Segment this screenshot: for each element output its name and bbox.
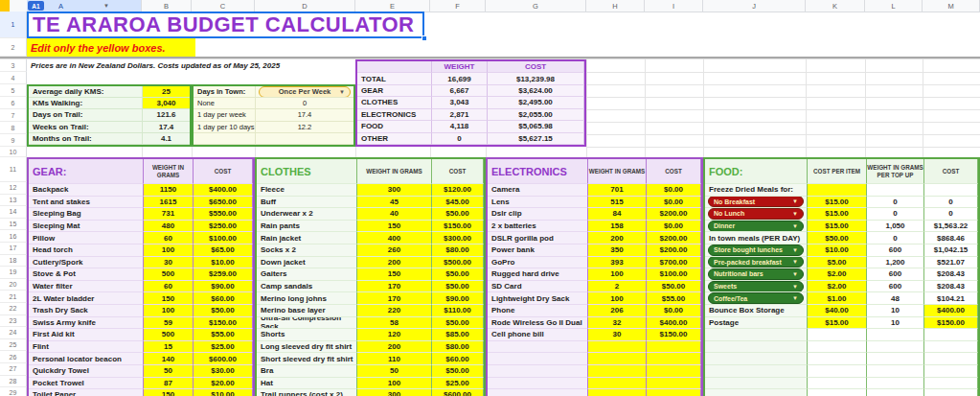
row-header-3[interactable]: 3: [0, 59, 27, 72]
item-cost[interactable]: $259.00: [194, 268, 253, 281]
item-weight[interactable]: [588, 389, 647, 396]
item-weight[interactable]: 200: [588, 232, 647, 245]
row-header-28[interactable]: 28: [0, 376, 27, 388]
dropdown-store-bought-lunches[interactable]: Store bought lunches▼: [708, 245, 804, 256]
row-header-18[interactable]: 18: [0, 255, 27, 268]
food-cost-per-item[interactable]: $50.00: [808, 232, 867, 245]
item-cost[interactable]: $65.00: [194, 245, 253, 257]
column-header-H[interactable]: H: [586, 0, 645, 12]
days-in-town-dropdown[interactable]: Once Per Week▼: [259, 86, 351, 98]
food-cost-per-item[interactable]: [808, 184, 867, 197]
row-header-25[interactable]: 25: [0, 339, 27, 352]
dropdown-coffee-tea[interactable]: Coffee/Tea▼: [708, 292, 804, 304]
item-weight[interactable]: 50: [144, 365, 194, 378]
item-weight[interactable]: 140: [144, 353, 194, 365]
item-weight[interactable]: 60: [144, 281, 194, 293]
item-weight[interactable]: 100: [357, 378, 432, 390]
item-weight[interactable]: 87: [144, 378, 194, 390]
item-cost[interactable]: $45.00: [432, 197, 484, 209]
item-cost[interactable]: $0.00: [647, 305, 701, 317]
stat-value-average-daily-kms[interactable]: 25: [142, 86, 190, 98]
item-weight[interactable]: 150: [357, 268, 432, 281]
item-cost[interactable]: $10.00: [194, 257, 253, 269]
row-header-11[interactable]: 11: [0, 157, 27, 182]
row-header-26[interactable]: 26: [0, 351, 27, 363]
food-cost-per-item[interactable]: $15.00: [808, 208, 867, 221]
column-header-I[interactable]: I: [645, 0, 703, 12]
item-cost[interactable]: $0.00: [647, 221, 701, 233]
title-cell[interactable]: TE ARAROA BUDGET CALCULATOR: [27, 12, 424, 38]
row-header-24[interactable]: 24: [0, 327, 27, 339]
dropdown-no-breakfast[interactable]: No Breakfast▼: [708, 197, 804, 208]
item-weight[interactable]: [588, 378, 647, 390]
stat-value-kms-walking[interactable]: 3,040: [142, 98, 190, 109]
item-weight[interactable]: 350: [588, 245, 647, 257]
item-cost[interactable]: $30.00: [194, 365, 253, 378]
item-weight[interactable]: 731: [144, 208, 194, 221]
column-header-M[interactable]: M: [923, 0, 980, 12]
item-weight[interactable]: 170: [357, 281, 432, 293]
item-weight[interactable]: 480: [144, 221, 194, 233]
row-header-5[interactable]: 5: [0, 84, 27, 97]
item-weight[interactable]: 45: [357, 197, 432, 209]
item-weight[interactable]: [588, 365, 647, 378]
item-weight[interactable]: 40: [357, 208, 432, 221]
item-weight[interactable]: 120: [357, 329, 432, 341]
dropdown-pre-packed-breakfast[interactable]: Pre-packed breakfast▼: [708, 257, 804, 268]
item-cost[interactable]: $0.00: [647, 184, 701, 197]
food-cost-per-item[interactable]: $2.00: [808, 281, 867, 293]
item-cost[interactable]: $25.00: [432, 378, 484, 390]
column-header-A[interactable]: A▼: [27, 0, 142, 12]
item-cost[interactable]: $100.00: [194, 232, 253, 245]
item-cost[interactable]: $50.00: [432, 268, 484, 281]
item-weight[interactable]: 100: [144, 305, 194, 317]
item-weight[interactable]: 30: [144, 257, 194, 269]
row-header-1[interactable]: 1: [0, 12, 27, 38]
column-header-F[interactable]: F: [430, 0, 486, 12]
row-header-16[interactable]: 16: [0, 230, 27, 243]
item-weight[interactable]: 60: [144, 232, 194, 245]
item-weight[interactable]: 50: [357, 365, 432, 378]
item-cost[interactable]: $50.00: [432, 365, 484, 378]
row-header-4[interactable]: 4: [0, 72, 27, 84]
item-cost[interactable]: $60.00: [194, 292, 253, 305]
item-weight[interactable]: 150: [357, 221, 432, 233]
food-cost-per-item[interactable]: $15.00: [808, 197, 867, 209]
column-header-J[interactable]: J: [703, 0, 806, 12]
item-cost[interactable]: $400.00: [647, 317, 701, 330]
food-cost-per-item[interactable]: $1.00: [808, 292, 867, 305]
item-cost[interactable]: $700.00: [647, 257, 701, 269]
row-header-19[interactable]: 19: [0, 267, 27, 279]
item-cost[interactable]: $250.00: [194, 221, 253, 233]
item-cost[interactable]: $600.00: [432, 389, 484, 396]
column-header-L[interactable]: L: [865, 0, 923, 12]
item-weight[interactable]: 100: [144, 245, 194, 257]
item-cost[interactable]: $50.00: [432, 208, 484, 221]
item-cost[interactable]: $10.00: [194, 389, 253, 396]
item-cost[interactable]: $500.00: [432, 257, 484, 269]
item-weight[interactable]: 59: [144, 317, 194, 330]
dropdown-sweets[interactable]: Sweets▼: [708, 281, 804, 292]
item-cost[interactable]: $200.00: [647, 208, 701, 221]
dropdown-no-lunch[interactable]: No Lunch▼: [708, 208, 804, 220]
item-weight[interactable]: 300: [357, 389, 432, 396]
item-weight[interactable]: 200: [357, 257, 432, 269]
item-cost[interactable]: [647, 353, 701, 365]
column-filter-icon[interactable]: ▼: [103, 3, 109, 9]
row-header-21[interactable]: 21: [0, 291, 27, 303]
item-cost[interactable]: $400.00: [194, 184, 253, 197]
item-weight[interactable]: 150: [144, 292, 194, 305]
item-cost[interactable]: $50.00: [194, 305, 253, 317]
row-header-20[interactable]: 20: [0, 279, 27, 291]
item-weight[interactable]: 206: [588, 305, 647, 317]
item-weight[interactable]: 500: [144, 329, 194, 341]
column-header-E[interactable]: E: [355, 0, 430, 12]
item-weight[interactable]: 400: [357, 232, 432, 245]
item-weight[interactable]: 300: [357, 184, 432, 197]
item-weight[interactable]: 393: [588, 257, 647, 269]
item-cost[interactable]: $90.00: [194, 281, 253, 293]
item-weight[interactable]: [588, 353, 647, 365]
food-cost[interactable]: $400.00: [924, 305, 978, 317]
food-cost-per-item[interactable]: $15.00: [808, 317, 867, 330]
item-cost[interactable]: $25.00: [194, 341, 253, 354]
